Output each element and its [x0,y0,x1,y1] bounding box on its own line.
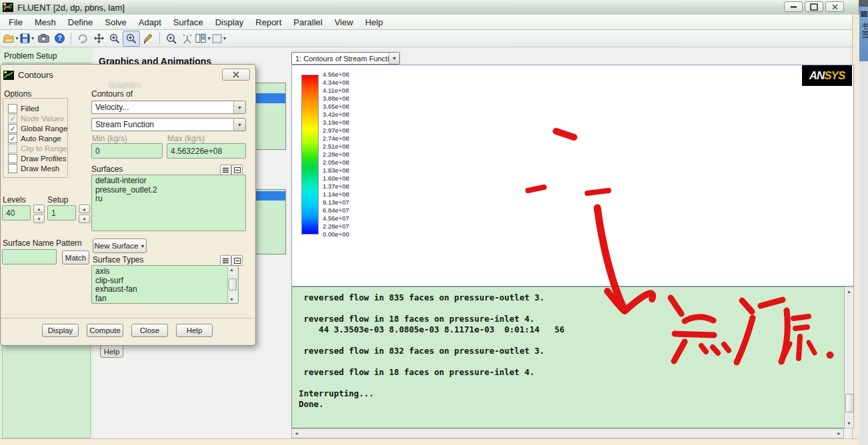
setup-spinner[interactable]: ▲ ▼ [79,205,90,223]
graphics-list-partial[interactable] [255,83,286,150]
setup-field[interactable]: 1 [47,205,76,221]
zoom-probe-button[interactable] [163,31,179,46]
types-scroll-thumb[interactable] [229,278,237,290]
surfaces-list-item[interactable]: default-interior [95,177,245,186]
dialog-close-button[interactable] [222,69,250,81]
scroll-right-icon[interactable]: ► [835,429,843,438]
contours-category-dropdown[interactable]: Velocity... ▼ [91,101,246,114]
new-surface-button[interactable]: New Surface ▼ [93,238,147,253]
save-button[interactable]: ▼ [19,31,35,46]
levels-spinner[interactable]: ▲ ▼ [33,205,45,223]
view-selector[interactable]: 1: Contours of Stream Functi ▼ [291,52,400,65]
checkbox-draw-profiles[interactable]: Draw Profiles [8,154,66,163]
menu-item-parallel[interactable]: Parallel [287,16,328,29]
scroll-left-icon[interactable]: ◄ [292,429,301,438]
maximize-button[interactable] [805,1,823,12]
rotate-view-button[interactable] [75,31,91,46]
surface-type-item[interactable]: exhaust-fan [95,285,238,294]
pan-button[interactable] [91,31,107,46]
surfaces-list-item[interactable]: ru [95,195,245,204]
graphics-list-selection[interactable] [256,93,285,103]
surface-type-item[interactable]: fan [95,294,238,304]
surface-name-pattern-field[interactable] [2,249,57,264]
checkbox-draw-mesh[interactable]: Draw Mesh [8,164,59,173]
close-icon [233,71,239,78]
checkbox-box[interactable] [8,104,17,113]
menu-item-report[interactable]: Report [249,16,287,29]
checkbox-box[interactable]: ✓ [8,124,17,133]
scroll-down-icon[interactable]: ▼ [227,295,236,304]
zoom-box-button[interactable] [123,31,140,47]
layout-grid-button[interactable]: ▼ [195,31,211,46]
menu-item-define[interactable]: Define [62,16,99,29]
scroll-up-icon[interactable]: ▲ [227,265,236,274]
open-button[interactable]: ▼ [3,31,19,46]
minimize-button[interactable] [784,1,803,12]
spin-up-icon[interactable]: ▲ [79,205,90,213]
spin-down-icon[interactable]: ▼ [33,215,45,223]
menu-item-surface[interactable]: Surface [167,16,209,29]
menu-item-mesh[interactable]: Mesh [29,16,62,29]
console-vertical-scrollbar[interactable]: ▲ ▼ [844,286,854,428]
scroll-up-icon[interactable]: ▲ [845,287,853,296]
menu-item-solve[interactable]: Solve [99,16,133,29]
checkbox-box[interactable] [8,154,17,163]
vertical-scroll-thumb[interactable] [845,394,854,412]
surface-type-item[interactable]: clip-surf [95,276,238,286]
display-button[interactable]: Display [42,324,79,337]
checkbox-global-range[interactable]: ✓Global Range [8,124,67,133]
help-button[interactable]: Help [176,324,213,337]
animations-list-partial[interactable] [255,189,286,254]
task-page-help-button[interactable]: Help [100,345,123,358]
menu-item-file[interactable]: File [3,16,29,29]
background-dropdown-arrow[interactable]: ▼ [223,36,227,41]
levels-field[interactable]: 40 [2,205,31,221]
menu-item-view[interactable]: View [329,16,359,29]
lights-button[interactable] [179,31,195,46]
menu-item-display[interactable]: Display [209,16,250,29]
zoom-in-button[interactable] [107,31,123,46]
snapshot-button[interactable] [35,31,51,46]
close-button[interactable]: Close [131,324,168,337]
console[interactable]: reversed flow in 835 faces on pressure-o… [291,286,854,428]
max-field[interactable]: 4.563226e+08 [167,143,246,159]
open-dropdown-arrow[interactable]: ▼ [15,36,19,41]
console-horizontal-scrollbar[interactable]: ◄ ► [291,428,844,438]
background-color-button[interactable]: ▼ [211,31,227,46]
compute-button[interactable]: Compute [87,324,123,337]
surfaces-select-all-button[interactable] [220,165,231,175]
match-button[interactable]: Match [62,250,89,264]
animations-list-selection[interactable] [256,191,285,201]
checkbox-filled[interactable]: Filled [8,104,39,113]
menu-item-help[interactable]: Help [359,16,389,29]
help-button[interactable]: ? [51,31,67,46]
close-button[interactable] [825,1,844,12]
checkbox-box[interactable]: ✓ [8,134,17,143]
spin-up-icon[interactable]: ▲ [33,205,45,213]
contours-dialog[interactable]: Contours Options Filled✓Node Values✓Glob… [0,64,256,346]
surfaces-list[interactable]: default-interiorpressure_outlet.2ru [91,175,246,231]
types-select-all-button[interactable] [220,255,231,266]
title-bar[interactable]: FLUENT [2d, dp, pbns, lam] [0,0,859,15]
probe-pen-button[interactable] [140,31,156,46]
scroll-down-icon[interactable]: ▼ [845,419,853,428]
checkbox-auto-range[interactable]: ✓Auto Range [8,134,61,143]
surfaces-deselect-button[interactable] [231,165,243,175]
save-dropdown-arrow[interactable]: ▼ [31,36,35,41]
spin-down-icon[interactable]: ▼ [79,215,90,223]
bookmarks-tab[interactable]: 书签 [859,7,868,61]
chevron-down-icon[interactable]: ▼ [233,101,245,113]
surface-types-list[interactable]: axisclip-surfexhaust-fanfan ▲ ▼ [91,265,239,304]
chevron-down-icon[interactable]: ▼ [389,53,399,64]
types-scrollbar[interactable]: ▲ ▼ [227,266,237,302]
chevron-down-icon[interactable]: ▼ [233,119,245,131]
surfaces-list-item[interactable]: pressure_outlet.2 [95,186,245,195]
surface-type-item[interactable]: axis [95,267,238,276]
menu-item-adapt[interactable]: Adapt [133,16,167,29]
background-app-strip: 书签 [859,0,868,445]
types-deselect-button[interactable] [231,255,243,266]
contours-variable-dropdown[interactable]: Stream Function ▼ [91,118,246,131]
checkbox-box[interactable] [8,164,17,173]
min-field[interactable]: 0 [91,143,163,159]
layout-dropdown-arrow[interactable]: ▼ [207,36,211,41]
